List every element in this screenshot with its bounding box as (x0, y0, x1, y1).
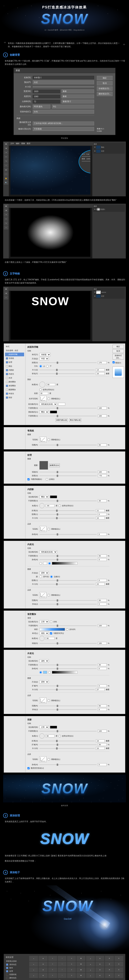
jitter-input[interactable] (98, 603, 107, 605)
brush-tip[interactable]: ▲ (86, 962, 95, 967)
brush-option[interactable]: 散布 (6, 966, 27, 970)
angle-wheel[interactable] (40, 636, 45, 641)
link-check[interactable] (27, 478, 30, 480)
hopac-input[interactable] (98, 407, 107, 409)
pattern-picker[interactable] (40, 461, 48, 469)
range-slider[interactable] (40, 706, 97, 706)
grad-picker[interactable] (52, 671, 78, 674)
tool-icon[interactable]: ✦ (4, 213, 8, 216)
global-check[interactable] (59, 505, 61, 507)
global-check[interactable] (40, 389, 41, 391)
brush-tip[interactable]: ❋ (115, 967, 123, 972)
profile-select[interactable]: 工作中的 RGB: sRGB IEC6196... (33, 121, 94, 126)
menu-item[interactable]: 文件 (10, 142, 14, 145)
brush-tip[interactable]: ● (29, 967, 38, 972)
global-check[interactable] (59, 735, 61, 737)
dist-input[interactable] (96, 509, 105, 512)
brush-tip[interactable]: ✧ (57, 967, 67, 972)
contour-picker[interactable] (40, 526, 46, 532)
tool-icon[interactable]: ✎ (4, 159, 8, 163)
style-item[interactable]: 描边 (5, 364, 24, 368)
hcolor-swatch[interactable] (58, 403, 65, 406)
style-item[interactable]: 样式 (5, 345, 24, 348)
brush-tip[interactable]: ◉ (38, 967, 48, 972)
brush-tip[interactable]: ❋ (115, 962, 123, 967)
style-item[interactable]: 内发光 (5, 372, 24, 376)
brush-tip[interactable]: ★ (67, 962, 76, 967)
angle-input[interactable] (46, 504, 54, 507)
aa-check[interactable] (48, 758, 50, 760)
hopac-slider[interactable] (40, 408, 97, 409)
dist-slider[interactable] (40, 741, 95, 741)
tool-icon[interactable]: ▣ (4, 204, 8, 208)
tool-icon[interactable]: ◐ (4, 168, 8, 172)
brush-tip[interactable]: ◉ (38, 962, 48, 967)
style-select[interactable]: 线性 (40, 632, 49, 635)
opac-slider[interactable] (40, 625, 97, 626)
noise-input[interactable] (98, 558, 107, 561)
angle-input[interactable] (46, 637, 54, 640)
style-item[interactable]: 渐变叠加 (5, 384, 24, 388)
tool-icon[interactable]: ⬚ (4, 172, 8, 176)
tool-icon[interactable]: ◉ (4, 291, 8, 295)
range-slider[interactable] (40, 600, 97, 601)
depth-slider[interactable] (40, 476, 97, 476)
tool-icon[interactable]: T (4, 296, 8, 299)
brush-option[interactable]: 画笔笔尖形状 (6, 959, 27, 963)
layer-row[interactable]: 👁颗粒 (94, 145, 124, 149)
depth-input[interactable] (98, 361, 107, 364)
size-slider[interactable] (40, 584, 95, 584)
choke-input[interactable] (98, 579, 107, 582)
save-preset-button[interactable]: 存储预设(S)... (97, 86, 113, 91)
brush-option[interactable]: 纹理 (6, 970, 27, 973)
src-center-radio[interactable] (40, 576, 42, 578)
brush-tip[interactable]: ◆ (96, 967, 104, 972)
spread-input[interactable] (98, 743, 107, 746)
opac-slider[interactable] (40, 501, 97, 501)
style-item[interactable]: 等高线 (5, 356, 24, 360)
size-slider[interactable] (40, 748, 95, 749)
style-select[interactable]: 内斜面 (40, 353, 51, 356)
range-input[interactable] (98, 705, 107, 707)
dist-slider[interactable] (40, 511, 95, 511)
choke-slider[interactable] (40, 580, 97, 581)
color-radio[interactable] (40, 562, 42, 565)
opac-input[interactable] (98, 663, 107, 666)
mode-select[interactable]: 叠加 (40, 495, 49, 498)
snap-button[interactable]: 贴紧原点(A) (49, 463, 60, 467)
style-item[interactable]: 内阴影 (5, 368, 24, 372)
aa-check[interactable] (48, 700, 50, 702)
contour-picker[interactable] (40, 592, 46, 598)
reset-button[interactable]: 复位为默认值 (69, 418, 81, 422)
aa-check[interactable] (48, 594, 50, 596)
res-unit[interactable]: 像素/英寸 (62, 100, 94, 103)
brush-tip[interactable]: ★ (67, 967, 76, 972)
noise-input[interactable] (98, 667, 107, 670)
brush-tip[interactable]: ▲ (86, 967, 95, 972)
layer-row[interactable]: 👁背景 (94, 149, 124, 153)
scale-input[interactable] (98, 642, 107, 644)
opac-slider[interactable] (40, 665, 97, 665)
src-edge-radio[interactable] (50, 576, 53, 578)
spread-input[interactable] (98, 684, 107, 687)
brush-option[interactable]: 双重画笔 (6, 973, 27, 976)
aa-check[interactable] (48, 439, 50, 441)
tool-icon[interactable]: ▣ (4, 287, 8, 291)
brush-tip[interactable]: ● (29, 973, 38, 978)
tool-icon[interactable]: ◉ (4, 208, 8, 212)
menu-item[interactable]: 图像 (21, 142, 25, 145)
range-input[interactable] (98, 444, 107, 446)
tool-icon[interactable]: ▣ (4, 142, 8, 146)
ok-button[interactable]: 确定 (113, 345, 124, 348)
brush-tip[interactable]: ★ (67, 956, 76, 961)
angle-wheel[interactable] (40, 733, 45, 738)
hmode-select[interactable]: 线性减淡(添加) (40, 402, 57, 406)
depth-slider[interactable] (40, 363, 97, 363)
depth-input[interactable] (98, 474, 107, 477)
preset-select[interactable]: 自定 (33, 80, 94, 84)
style-item[interactable]: 外发光 (5, 392, 24, 396)
brush-tip[interactable]: ★ (67, 973, 76, 978)
tech-select[interactable]: 柔和 (40, 680, 49, 684)
new-style-button[interactable]: 新建样式(W)... (113, 354, 124, 360)
ps-canvas[interactable]: 大小: 2 px 硬度: 100% (10, 146, 91, 195)
